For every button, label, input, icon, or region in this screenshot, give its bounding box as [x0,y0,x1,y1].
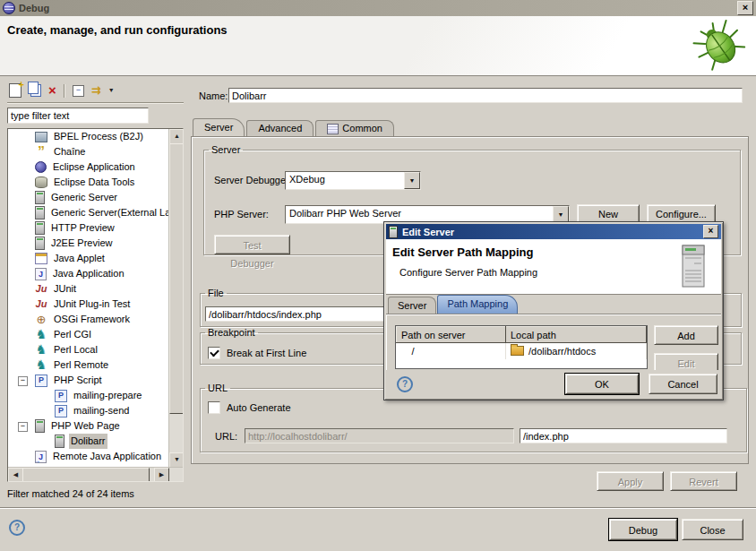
tree-item-eclipse-data-tools[interactable]: Eclipse Data Tools [8,175,169,190]
tree-item-generic-server-external-la[interactable]: Generic Server(External La [8,205,169,220]
file-group-title: File [205,288,227,298]
mapping-row[interactable]: //dolibarr/htdocs [397,343,647,360]
tree-item-j2ee-preview[interactable]: J2EE Preview [8,236,169,251]
eclipse-application-icon [35,161,47,173]
horizontal-scroll-thumb[interactable] [22,468,150,482]
url-base-input [245,428,514,443]
column-local-path[interactable]: Local path [506,327,647,343]
tree-item-remote-java-application[interactable]: JRemote Java Application [8,449,169,464]
tree-item-java-applet[interactable]: Java Applet [8,251,169,266]
tab-path-mapping[interactable]: Path Mapping [437,295,518,314]
tab-server-settings[interactable]: Server [388,297,436,314]
perl-remote-icon: ♞ [35,359,47,371]
path-mapping-table: Path on serverLocal path //dolibarr/htdo… [395,325,648,369]
data-tools-icon [35,176,47,188]
menu-dropdown-icon[interactable]: ▼ [108,84,115,97]
chevron-down-icon[interactable]: ▼ [404,172,420,189]
filter-input[interactable] [7,108,149,124]
tree-item-junit-plug-in-test[interactable]: JuJUnit Plug-in Test [8,297,169,312]
path-mapping-content: Path on serverLocal path //dolibarr/htdo… [386,314,721,370]
tree-item-perl-remote[interactable]: ♞Perl Remote [8,357,169,373]
tree-item-label: Eclipse Data Tools [52,175,136,190]
php-web-page-icon [55,435,64,448]
delete-configuration-icon[interactable]: × [48,84,56,97]
tree-item-mailing-prepare[interactable]: Pmailing-prepare [8,388,169,403]
tree-item-label: Eclipse Application [51,159,137,175]
tree-item-label: HTTP Preview [49,220,116,236]
scroll-left-icon[interactable]: ◀ [8,468,23,482]
url-group-title: URL [205,383,230,393]
dialog-close-icon[interactable]: × [703,225,718,238]
filter-configurations-icon[interactable]: ⇉ [91,84,101,97]
tree-horizontal-scrollbar[interactable]: ◀ ▶ [8,467,183,481]
configure-server-button[interactable]: Configure... [647,204,716,223]
dialog-help-icon[interactable]: ? [397,376,413,392]
tree-item-cha-ne[interactable]: ”Chaîne [8,144,169,159]
new-configuration-icon[interactable] [9,83,21,98]
tree-item-label: PHP Web Page [49,418,122,434]
perl-cgi-icon: ♞ [35,329,47,340]
breakpoint-group-title: Breakpoint [205,327,258,338]
tree-item-osgi-framework[interactable]: ⊕OSGi Framework [8,312,169,327]
toolbar-separator [64,84,65,98]
scroll-down-icon[interactable]: ▼ [169,452,184,468]
debug-button[interactable]: Debug [609,519,677,540]
tree-item-label: Java Applet [52,251,107,266]
java-application-icon: J [35,268,47,280]
tree-item-bpel-process-b2j[interactable]: BPEL Process (B2J) [8,129,169,144]
tree-vertical-scrollbar[interactable]: ▲ ▼ [168,129,183,468]
url-path-input[interactable] [520,428,727,443]
column-path-on-server[interactable]: Path on server [397,327,506,343]
close-window-icon[interactable]: × [737,1,753,15]
tree-item-label: Generic Server [49,190,119,205]
server-icon [389,226,398,238]
tab-common[interactable]: Common [315,120,394,136]
perl-local-icon: ♞ [35,344,47,356]
tree-item-php-web-page[interactable]: −PHP Web Page [8,418,169,434]
tree-item-junit[interactable]: JuJUnit [8,281,169,297]
name-input[interactable] [228,88,743,103]
tree-item-http-preview[interactable]: HTTP Preview [8,220,169,236]
tab-advanced[interactable]: Advanced [246,120,314,136]
url-label: URL: [215,431,237,442]
php-script-icon: P [55,405,67,418]
tree-item-eclipse-application[interactable]: Eclipse Application [8,159,169,175]
tab-server[interactable]: Server [193,118,245,136]
ok-button[interactable]: OK [565,374,639,394]
tree-item-mailing-send[interactable]: Pmailing-send [8,403,169,418]
folder-icon [511,346,524,356]
server-debugger-select[interactable]: XDebug ▼ [285,171,421,190]
break-first-line-label: Break at First Line [227,348,306,358]
j2ee-preview-icon [35,237,45,250]
break-first-line-checkbox[interactable] [208,347,220,359]
tree-item-java-application[interactable]: JJava Application [8,266,169,281]
dialog-footer: ? OK Cancel [386,369,721,398]
scroll-right-icon[interactable]: ▶ [154,468,169,482]
tree-item-dolibarr[interactable]: Dolibarr [8,434,169,449]
tree-item-perl-cgi[interactable]: ♞Perl CGI [8,327,169,342]
server-group-title: Server [209,144,243,155]
close-button[interactable]: Close [682,519,743,540]
new-server-button[interactable]: New [577,204,640,223]
collapse-toggle-icon[interactable]: − [18,422,28,432]
tree-item-perl-local[interactable]: ♞Perl Local [8,342,169,357]
collapse-all-icon[interactable]: − [73,85,84,97]
help-icon[interactable]: ? [9,520,25,536]
tree-item-generic-server[interactable]: Generic Server [8,190,169,205]
collapse-toggle-icon[interactable]: − [18,376,28,386]
auto-generate-checkbox[interactable] [208,401,220,414]
generic-server-icon [35,206,45,220]
tree-item-label: Generic Server(External La [49,205,169,220]
java-applet-icon [35,253,47,264]
cancel-button[interactable]: Cancel [649,374,717,394]
vertical-scroll-thumb[interactable] [169,143,184,414]
tree-item-label: Perl CGI [52,327,93,342]
add-mapping-button[interactable]: Add [654,325,718,345]
duplicate-configuration-icon[interactable] [30,84,41,97]
scroll-up-icon[interactable]: ▲ [169,129,184,144]
bpel-process-icon [35,132,47,142]
debug-configurations-window: Debug × Create, manage, and run configur… [0,0,756,551]
junit-icon: Ju [35,283,47,295]
auto-generate-label: Auto Generate [227,402,291,413]
tree-item-php-script[interactable]: −PPHP Script [8,373,169,388]
